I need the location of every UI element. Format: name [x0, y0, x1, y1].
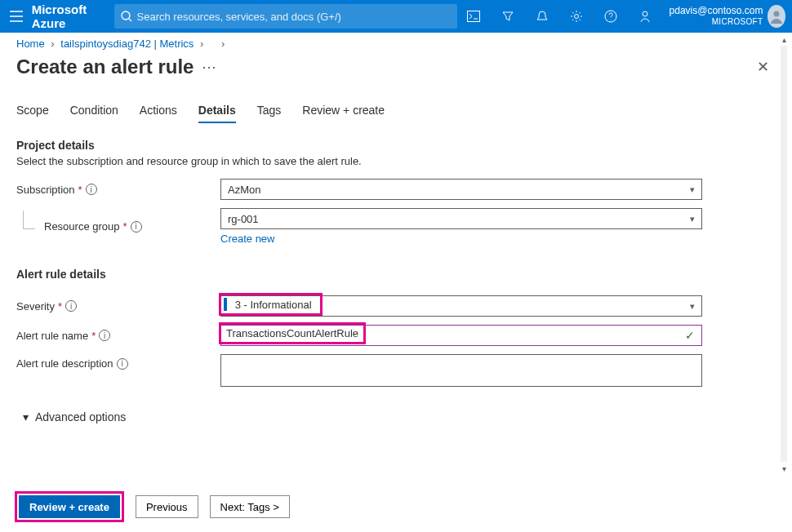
tab-scope[interactable]: Scope — [16, 104, 49, 123]
breadcrumb-resource[interactable]: tailspintoysdiag742 | Metrics — [60, 38, 194, 50]
more-actions-icon[interactable]: ⋯ — [202, 58, 216, 76]
search-icon — [121, 11, 132, 22]
info-icon[interactable]: i — [131, 221, 142, 233]
checkmark-icon: ✓ — [685, 329, 695, 342]
help-icon[interactable] — [594, 0, 627, 33]
resource-group-select[interactable]: rg-001 ▾ — [220, 208, 702, 229]
svg-rect-1 — [467, 11, 479, 22]
tab-review-create[interactable]: Review + create — [302, 104, 385, 123]
previous-button[interactable]: Previous — [136, 495, 198, 518]
footer: Review + create Previous Next: Tags > — [0, 491, 792, 522]
tab-bar: Scope Condition Actions Details Tags Rev… — [16, 104, 776, 124]
required-mark: * — [58, 300, 62, 313]
chevron-right-icon: › — [200, 38, 203, 50]
settings-icon[interactable] — [560, 0, 593, 33]
review-create-highlight: Review + create — [15, 491, 124, 522]
chevron-down-icon: ▾ — [690, 184, 695, 195]
resource-group-value: rg-001 — [228, 213, 259, 225]
project-details-description: Select the subscription and resource gro… — [16, 155, 776, 167]
info-icon[interactable]: i — [86, 184, 97, 195]
page-title: Create an alert rule — [16, 55, 194, 78]
severity-label: Severity — [16, 300, 55, 313]
info-icon[interactable]: i — [99, 330, 110, 341]
feedback-icon[interactable] — [629, 0, 661, 33]
tab-details[interactable]: Details — [198, 104, 236, 123]
avatar[interactable] — [768, 5, 785, 28]
tab-tags[interactable]: Tags — [257, 104, 282, 123]
scroll-down-icon[interactable]: ▾ — [777, 462, 790, 475]
subscription-select[interactable]: AzMon ▾ — [220, 179, 702, 200]
required-mark: * — [123, 220, 127, 233]
scroll-up-icon[interactable]: ▴ — [777, 33, 790, 46]
svg-point-2 — [574, 15, 578, 19]
brand-label: Microsoft Azure — [32, 2, 103, 30]
svg-point-0 — [122, 11, 130, 20]
hamburger-menu-icon[interactable] — [7, 3, 27, 29]
review-create-button[interactable]: Review + create — [19, 495, 120, 518]
resource-group-label: Resource group — [44, 220, 120, 233]
breadcrumb-home[interactable]: Home — [16, 38, 45, 50]
svg-point-4 — [643, 11, 647, 16]
required-mark: * — [91, 330, 96, 342]
chevron-right-icon: › — [51, 38, 54, 50]
chevron-down-icon: ▾ — [690, 214, 695, 224]
alert-rule-description-label: Alert rule description — [16, 357, 113, 370]
breadcrumb: Home › tailspintoysdiag742 | Metrics › › — [0, 33, 792, 51]
severity-select[interactable]: 3 - Informational ▾ — [220, 295, 702, 317]
close-button[interactable]: ✕ — [750, 55, 776, 79]
advanced-options-toggle[interactable]: ▾ Advanced options — [23, 410, 776, 423]
severity-value: 3 - Informational — [235, 299, 312, 311]
next-tags-button[interactable]: Next: Tags > — [210, 495, 290, 518]
tab-actions[interactable]: Actions — [140, 104, 177, 123]
notifications-icon[interactable] — [526, 0, 558, 33]
global-search[interactable] — [114, 4, 457, 29]
scroll-track[interactable] — [781, 46, 787, 462]
cloud-shell-icon[interactable] — [457, 0, 490, 33]
tenant-label: MICROSOFT — [670, 17, 763, 27]
subscription-value: AzMon — [228, 184, 260, 196]
svg-point-5 — [774, 11, 780, 17]
user-account-block[interactable]: pdavis@contoso.com MICROSOFT — [670, 6, 763, 26]
vertical-scrollbar[interactable]: ▴ ▾ — [777, 33, 790, 532]
alert-rule-description-input[interactable] — [220, 354, 702, 387]
subscription-label: Subscription — [16, 184, 75, 196]
advanced-options-label: Advanced options — [35, 410, 126, 423]
name-highlight: TransactionsCountAlertRule — [219, 322, 366, 344]
top-bar: Microsoft Azure pdavis@contoso.com MICRO… — [0, 0, 792, 33]
info-icon[interactable]: i — [117, 358, 128, 370]
severity-bar-icon — [224, 298, 227, 311]
alert-rule-details-heading: Alert rule details — [16, 268, 776, 281]
severity-highlight: 3 - Informational — [219, 293, 323, 316]
chevron-right-icon: › — [221, 38, 225, 50]
chevron-down-icon: ▾ — [690, 301, 695, 312]
filter-icon[interactable] — [492, 0, 524, 33]
required-mark: * — [78, 184, 82, 196]
alert-rule-name-label: Alert rule name — [16, 330, 88, 342]
alert-rule-name-field[interactable]: TransactionsCountAlertRule ✓ — [220, 325, 702, 346]
info-icon[interactable]: i — [65, 300, 77, 312]
user-email: pdavis@contoso.com — [670, 6, 763, 17]
top-utility-icons — [457, 0, 661, 33]
project-details-heading: Project details — [16, 139, 776, 152]
chevron-down-icon: ▾ — [23, 410, 29, 423]
create-new-rg-link[interactable]: Create new — [220, 233, 274, 245]
tab-condition[interactable]: Condition — [70, 104, 118, 123]
global-search-input[interactable] — [137, 11, 451, 23]
